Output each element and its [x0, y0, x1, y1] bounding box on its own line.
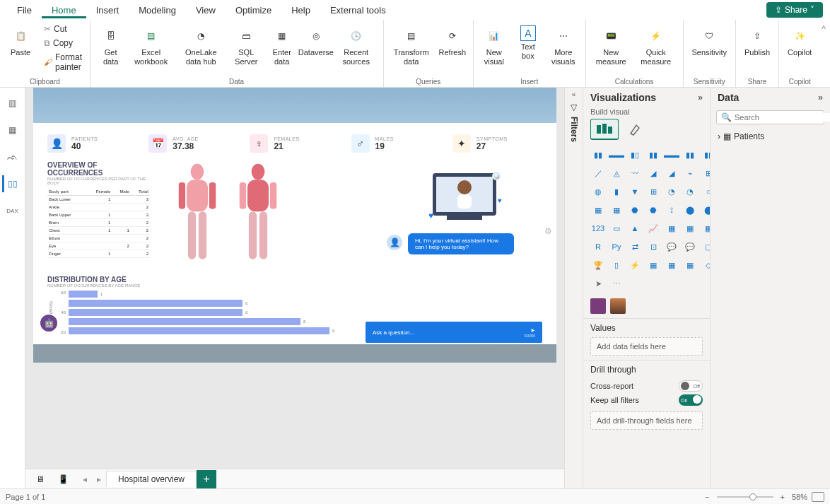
- viz-type-icon[interactable]: ▮: [609, 184, 624, 199]
- menu-modeling[interactable]: Modeling: [129, 2, 186, 18]
- refresh-button[interactable]: ⟳Refresh: [436, 23, 469, 60]
- menu-view[interactable]: View: [186, 2, 226, 18]
- viz-type-icon[interactable]: ➤: [590, 276, 606, 291]
- more-visuals-button[interactable]: ⋯More visuals: [546, 23, 581, 69]
- page-tab[interactable]: Hospital overview: [106, 471, 197, 487]
- viz-type-icon[interactable]: ▲: [627, 221, 643, 236]
- viz-type-icon[interactable]: ⊡: [645, 239, 661, 254]
- drill-well[interactable]: Add drill-through fields here: [590, 411, 703, 430]
- recent-sources-button[interactable]: 🕓Recent sources: [334, 23, 379, 69]
- build-visual-tab[interactable]: [590, 119, 619, 140]
- viz-type-icon[interactable]: ▦: [664, 257, 679, 273]
- viz-type-icon[interactable]: ⟟: [664, 202, 679, 218]
- onelake-button[interactable]: ◔OneLake data hub: [175, 23, 227, 69]
- prev-page-button[interactable]: ◂: [78, 474, 92, 484]
- viz-type-icon[interactable]: 🏆: [590, 257, 606, 273]
- viz-type-icon[interactable]: Py: [609, 239, 624, 254]
- zoom-in-button[interactable]: +: [778, 493, 788, 501]
- viz-type-icon[interactable]: ◍: [590, 184, 606, 199]
- copilot-button[interactable]: ✨Copilot: [783, 23, 816, 60]
- viz-type-icon[interactable]: ⬣: [627, 202, 643, 218]
- cut-button[interactable]: ✂Cut: [41, 23, 86, 35]
- viz-type-icon[interactable]: ▦: [609, 202, 624, 218]
- paste-button[interactable]: 📋 Paste: [4, 23, 37, 60]
- zoom-thumb[interactable]: [749, 493, 756, 500]
- new-measure-button[interactable]: 📟New measure: [590, 23, 632, 69]
- viz-type-icon[interactable]: ⌁: [682, 165, 698, 181]
- enter-data-button[interactable]: ▦Enter data: [266, 23, 298, 69]
- get-data-button[interactable]: 🗄Get data: [95, 23, 127, 69]
- viz-type-icon[interactable]: ◢: [664, 165, 679, 181]
- viz-type-icon[interactable]: 📈: [645, 221, 661, 236]
- viz-type-icon[interactable]: ▦: [701, 221, 710, 236]
- viz-type-icon[interactable]: ⇄: [627, 239, 643, 254]
- sql-button[interactable]: 🗃SQL Server: [228, 23, 264, 69]
- viz-type-icon[interactable]: ▢: [701, 239, 710, 254]
- viz-type-icon[interactable]: ⬤: [682, 202, 698, 218]
- zoom-out-button[interactable]: −: [702, 493, 712, 501]
- viz-type-icon[interactable]: ▦: [590, 202, 606, 218]
- custom-visual-1[interactable]: [590, 298, 606, 314]
- chat-settings-icon[interactable]: ⚙: [544, 226, 552, 236]
- viz-type-icon[interactable]: ▦: [682, 257, 698, 273]
- custom-visual-2[interactable]: [610, 298, 626, 314]
- collapse-data-button[interactable]: »: [818, 93, 823, 102]
- viz-type-icon[interactable]: ▬▬: [609, 147, 624, 163]
- viz-type-icon[interactable]: ▮▯: [627, 147, 643, 163]
- viz-type-icon[interactable]: 💬: [682, 239, 698, 254]
- viz-type-icon[interactable]: ▦: [645, 257, 661, 273]
- cross-report-toggle[interactable]: Off: [679, 380, 703, 392]
- report-page[interactable]: 👤 PATIENTS 40 📅 AVG. AGE 37.38 ♀ FEMALES…: [33, 88, 556, 363]
- next-page-button[interactable]: ▸: [92, 474, 106, 484]
- viz-type-icon[interactable]: ／: [590, 165, 606, 181]
- viz-type-icon[interactable]: ◔: [682, 184, 698, 199]
- viz-type-icon[interactable]: ▦: [664, 221, 679, 236]
- viz-type-icon[interactable]: ▦: [682, 221, 698, 236]
- quick-measure-button[interactable]: ⚡Quick measure: [633, 23, 679, 69]
- collapse-viz-button[interactable]: »: [698, 93, 703, 102]
- format-visual-tab[interactable]: [623, 119, 651, 140]
- share-button[interactable]: ⇪ Share ˅: [766, 2, 823, 18]
- viz-type-icon[interactable]: ◇: [701, 257, 710, 273]
- canvas-scroll[interactable]: 👤 PATIENTS 40 📅 AVG. AGE 37.38 ♀ FEMALES…: [25, 88, 564, 469]
- viz-type-icon[interactable]: ▮▮: [682, 147, 698, 163]
- viz-type-icon[interactable]: ▼: [627, 184, 643, 199]
- mobile-layout-button[interactable]: 📱: [54, 472, 72, 486]
- viz-type-icon[interactable]: ▮▮: [701, 147, 710, 163]
- table-patients[interactable]: › ▦ Patients: [718, 130, 823, 143]
- new-visual-button[interactable]: 📊New visual: [478, 23, 510, 69]
- data-search[interactable]: 🔍: [716, 110, 824, 124]
- viz-type-icon[interactable]: ▮▮: [645, 147, 661, 163]
- dax-view-button[interactable]: ▯▯: [2, 175, 19, 192]
- dash-note-link[interactable]: HERE: [530, 348, 542, 353]
- values-well[interactable]: Add data fields here: [590, 337, 703, 356]
- menu-file[interactable]: File: [7, 2, 42, 18]
- dax-query-button[interactable]: DAX: [4, 202, 21, 219]
- expand-filters-button[interactable]: «: [572, 90, 576, 98]
- viz-type-icon[interactable]: ◢: [645, 165, 661, 181]
- send-icon[interactable]: ➤: [530, 327, 535, 334]
- viz-type-icon[interactable]: 💬: [664, 239, 679, 254]
- viz-type-icon[interactable]: ▯: [609, 257, 624, 273]
- viz-type-icon[interactable]: ◬: [609, 165, 624, 181]
- menu-home[interactable]: Home: [42, 2, 86, 18]
- search-input[interactable]: [735, 113, 830, 122]
- menu-optimize[interactable]: Optimize: [226, 2, 281, 18]
- viz-type-icon[interactable]: R: [590, 239, 606, 254]
- viz-type-icon[interactable]: ⬤: [701, 202, 710, 218]
- table-view-button[interactable]: ▦: [4, 122, 21, 139]
- text-box-button[interactable]: AText box: [512, 23, 544, 64]
- zoom-slider[interactable]: [717, 496, 773, 498]
- menu-external[interactable]: External tools: [320, 2, 396, 18]
- ribbon-collapse[interactable]: ^: [820, 20, 830, 87]
- viz-type-icon[interactable]: ▭: [609, 221, 624, 236]
- copilot-badge-icon[interactable]: 🤖: [40, 315, 57, 332]
- viz-type-icon[interactable]: ◔: [664, 184, 679, 199]
- model-view-button[interactable]: ᨒ: [4, 148, 21, 165]
- keep-filters-toggle[interactable]: On: [679, 394, 703, 406]
- report-view-button[interactable]: ▥: [4, 95, 21, 112]
- sensitivity-button[interactable]: 🛡Sensitivity: [688, 23, 732, 60]
- viz-type-icon[interactable]: ⊞: [701, 165, 710, 181]
- desktop-layout-button[interactable]: 🖥: [31, 472, 49, 486]
- viz-type-icon[interactable]: ⋯: [609, 276, 624, 291]
